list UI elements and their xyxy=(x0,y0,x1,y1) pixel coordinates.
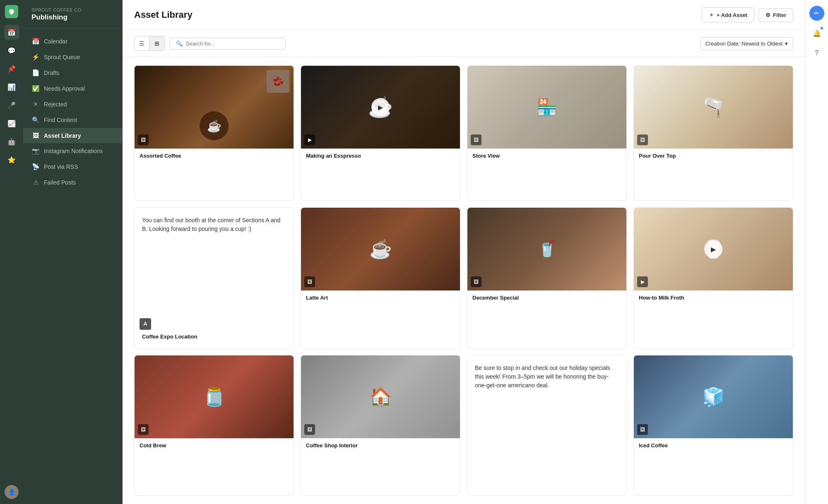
notification-badge xyxy=(820,26,823,30)
sidebar-item-label: Find Content xyxy=(44,117,77,123)
drafts-icon: 📄 xyxy=(31,69,40,77)
image-type-icon: 🖼 xyxy=(637,134,648,145)
list-view-button[interactable]: ☰ xyxy=(135,36,149,50)
sort-label: Creation Date: Newest to Oldest xyxy=(705,41,782,47)
asset-card[interactable]: 🥛 ▶ ▶ How-to Milk Froth xyxy=(633,207,793,348)
sidebar-item-needs-approval[interactable]: ✅ Needs Approval xyxy=(23,81,123,96)
user-avatar[interactable]: 👤 xyxy=(5,485,19,499)
asset-title: Coffee Expo Location xyxy=(142,329,286,340)
asset-card[interactable]: 🥤 🖼 December Special xyxy=(467,207,627,348)
asset-card[interactable]: 🫙 🖼 Cold Brew xyxy=(134,355,294,496)
asset-card[interactable]: 🧊 🖼 Iced Coffee xyxy=(633,355,793,496)
asset-title: Making an Esspresso xyxy=(301,149,460,163)
asset-title: Cold Brew xyxy=(135,438,294,453)
header-actions: ＋ + Add Asset ⚙ Filter xyxy=(702,7,793,22)
nav-listening-icon[interactable]: 🎤 xyxy=(4,98,19,113)
toolbar: ☰ ⊞ 🔍 Creation Date: Newest to Oldest ▾ xyxy=(123,30,805,57)
asset-thumbnail: ☕ ▶ ▶ xyxy=(301,66,460,149)
asset-card[interactable]: ☕ ▶ ▶ Making an Esspresso xyxy=(301,65,460,201)
add-asset-label: + Add Asset xyxy=(717,12,748,18)
asset-card[interactable]: 🏪 🖼 Store View xyxy=(467,65,627,201)
asset-title: Iced Coffee xyxy=(634,438,793,453)
asset-card-text[interactable]: Be sure to stop in and check out our hol… xyxy=(467,355,627,496)
chevron-down-icon: ▾ xyxy=(785,41,788,47)
sidebar-item-rejected[interactable]: ✕ Rejected xyxy=(23,96,123,112)
asset-library-icon: 🖼 xyxy=(31,132,40,139)
filter-label: Filter xyxy=(773,12,786,18)
asset-card[interactable]: 🫗 🖼 Pour Over Top xyxy=(633,65,793,201)
nav-automation-icon[interactable]: 🤖 xyxy=(4,134,19,149)
asset-thumbnail: 🏠 🖼 xyxy=(301,355,460,438)
asset-grid: ☕ 🫘 🖼 Assorted Coffee ☕ ▶ ▶ Making an Es… xyxy=(123,57,805,504)
sidebar-item-failed-posts[interactable]: ⚠ Failed Posts xyxy=(23,175,123,190)
nav-publishing-icon[interactable]: 📅 xyxy=(4,25,19,40)
nav-analytics-icon[interactable]: 📈 xyxy=(4,116,19,131)
add-asset-button[interactable]: ＋ + Add Asset xyxy=(702,7,755,22)
search-input[interactable] xyxy=(186,41,279,47)
asset-card[interactable]: ☕ 🖼 Latte Art xyxy=(301,207,460,348)
video-play-button[interactable]: ▶ xyxy=(704,240,722,258)
search-box: 🔍 xyxy=(170,38,286,50)
find-content-icon: 🔍 xyxy=(31,116,40,124)
nav-star-icon[interactable]: ⭐ xyxy=(4,152,19,167)
edit-button[interactable]: ✏ xyxy=(809,6,824,21)
image-type-icon: 🖼 xyxy=(637,424,648,435)
sidebar: Sprout Coffee Co. Publishing 📅 Calendar … xyxy=(23,0,123,504)
video-play-button[interactable]: ▶ xyxy=(371,98,390,116)
image-type-icon: 🖼 xyxy=(304,424,315,435)
asset-thumbnail: ☕ 🖼 xyxy=(301,208,460,290)
asset-title: Pour Over Top xyxy=(634,149,793,163)
asset-thumbnail: 🏪 🖼 xyxy=(467,66,626,149)
asset-thumbnail: 🧊 🖼 xyxy=(634,355,793,438)
icon-bar: 📅 💬 📌 📊 🎤 📈 🤖 ⭐ 👤 xyxy=(0,0,23,504)
asset-thumbnail: ☕ 🫘 🖼 xyxy=(135,66,294,149)
sidebar-item-label: Drafts xyxy=(44,70,59,76)
rss-icon: 📡 xyxy=(31,163,40,170)
filter-button[interactable]: ⚙ Filter xyxy=(758,8,793,22)
image-type-icon: 🖼 xyxy=(138,424,149,435)
nav-reports-icon[interactable]: 📊 xyxy=(4,79,19,94)
asset-card[interactable]: ☕ 🫘 🖼 Assorted Coffee xyxy=(134,65,294,201)
sidebar-item-post-rss[interactable]: 📡 Post via RSS xyxy=(23,159,123,175)
sidebar-item-asset-library[interactable]: 🖼 Asset Library xyxy=(23,128,123,143)
asset-card-text[interactable]: You can find our booth at the corner of … xyxy=(134,207,294,348)
sidebar-item-find-content[interactable]: 🔍 Find Content xyxy=(23,112,123,128)
video-type-icon: ▶ xyxy=(304,134,315,145)
sidebar-item-label: Needs Approval xyxy=(44,85,85,92)
asset-thumbnail: 🥛 ▶ ▶ xyxy=(634,208,793,290)
filter-icon: ⚙ xyxy=(765,12,770,18)
sidebar-item-calendar[interactable]: 📅 Calendar xyxy=(23,34,123,49)
asset-thumbnail: 🥤 🖼 xyxy=(467,208,626,290)
nav-inbox-icon[interactable]: 💬 xyxy=(4,43,19,58)
text-type-icon: A xyxy=(140,318,151,330)
sidebar-item-drafts[interactable]: 📄 Drafts xyxy=(23,65,123,81)
app-logo xyxy=(5,5,18,18)
grid-view-button[interactable]: ⊞ xyxy=(149,36,164,50)
sidebar-item-label: Failed Posts xyxy=(44,179,76,186)
failed-icon: ⚠ xyxy=(31,179,40,186)
sidebar-item-label: Asset Library xyxy=(44,132,81,139)
instagram-icon: 📷 xyxy=(31,147,40,155)
asset-title: How-to Milk Froth xyxy=(634,290,793,305)
help-icon[interactable]: ? xyxy=(809,46,824,60)
view-toggle: ☰ ⊞ xyxy=(134,36,165,51)
search-icon: 🔍 xyxy=(176,41,183,47)
asset-title: Assorted Coffee xyxy=(135,149,294,163)
bell-icon[interactable]: 🔔 xyxy=(809,26,824,41)
sort-dropdown[interactable]: Creation Date: Newest to Oldest ▾ xyxy=(700,37,793,50)
nav-tasks-icon[interactable]: 📌 xyxy=(4,61,19,76)
asset-title: Coffee Shop Interior xyxy=(301,438,460,453)
queue-icon: ⚡ xyxy=(31,53,40,61)
image-type-icon: 🖼 xyxy=(471,276,481,287)
sidebar-item-instagram-notifications[interactable]: 📷 Instagram Notifications xyxy=(23,143,123,159)
asset-card[interactable]: 🏠 🖼 Coffee Shop Interior xyxy=(301,355,460,496)
company-name: Publishing xyxy=(31,13,114,22)
asset-title: December Special xyxy=(467,290,626,305)
sidebar-item-sprout-queue[interactable]: ⚡ Sprout Queue xyxy=(23,49,123,65)
asset-text-content: You can find our booth at the corner of … xyxy=(142,216,286,329)
page-title: Asset Library xyxy=(134,10,193,20)
approval-icon: ✅ xyxy=(31,85,40,92)
asset-text-content: Be sure to stop in and check out our hol… xyxy=(475,364,619,487)
image-type-icon: 🖼 xyxy=(304,276,315,287)
asset-thumbnail: 🫗 🖼 xyxy=(634,66,793,149)
